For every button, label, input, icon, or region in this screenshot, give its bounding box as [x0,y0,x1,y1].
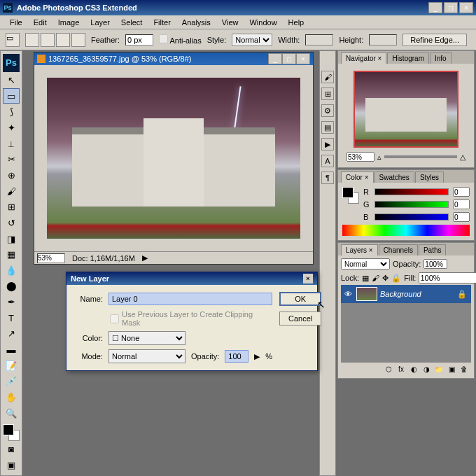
menu-filter[interactable]: Filter [148,17,176,28]
layer-fx-icon[interactable]: fx [396,364,407,374]
quickmask-tool[interactable]: ◙ [3,442,20,457]
layer-name-input[interactable] [108,293,272,305]
dodge-tool[interactable]: ⬤ [3,279,20,294]
menu-layer[interactable]: Layer [85,17,115,28]
navigator-thumbnail[interactable] [354,71,458,148]
brush-tool[interactable]: 🖌 [3,183,20,199]
move-tool[interactable]: ↖ [3,73,20,88]
menu-window[interactable]: Window [244,17,282,28]
eraser-tool[interactable]: ◨ [3,231,20,246]
blur-tool[interactable]: 💧 [3,263,20,279]
lock-trans-icon[interactable]: ▦ [362,274,369,283]
link-layers-icon[interactable]: ⬡ [383,364,394,374]
adjustment-layer-icon[interactable]: ◑ [421,364,432,374]
mode-select[interactable]: Normal [108,349,186,363]
menu-image[interactable]: Image [52,17,85,28]
b-input[interactable] [453,212,470,222]
gradient-tool[interactable]: ▦ [3,247,20,262]
tab-navigator[interactable]: Navigator × [341,52,386,64]
document-titlebar[interactable]: 1367265_36359577.jpg @ 53% (RGB/8#) _ □ … [34,52,313,65]
layer-thumbnail[interactable] [356,287,377,301]
zoom-out-icon[interactable]: ▵ [377,153,382,162]
selection-subtract-icon[interactable] [56,33,70,47]
pen-tool[interactable]: ✒ [3,295,20,310]
maximize-button[interactable]: □ [444,2,458,13]
marquee-tool-icon[interactable]: ▭ [6,33,20,47]
menu-analysis[interactable]: Analysis [176,17,216,28]
selection-add-icon[interactable] [41,33,55,47]
lock-move-icon[interactable]: ✥ [382,274,388,283]
g-slider[interactable] [374,201,449,208]
color-select[interactable]: ☐ None [108,331,186,345]
doc-close-button[interactable]: × [296,53,310,64]
zoom-tool[interactable]: 🔍 [3,405,20,421]
r-slider[interactable] [374,188,449,195]
dock-actions-icon[interactable]: ▶ [321,138,334,150]
zoom-input[interactable] [37,253,65,263]
fill-input[interactable] [419,272,476,284]
width-input[interactable] [305,34,333,46]
delete-layer-icon[interactable]: 🗑 [458,364,470,374]
dock-char-icon[interactable]: A [321,155,334,167]
slice-tool[interactable]: ✂ [3,152,20,167]
tab-info[interactable]: Info [430,52,451,64]
nav-zoom-slider[interactable] [384,155,457,158]
blend-mode-select[interactable]: Normal [341,258,390,270]
opacity-input[interactable] [225,350,248,363]
ok-button[interactable]: OK ↖ [279,292,321,306]
dock-brushes-icon[interactable]: 🖌 [321,71,334,83]
layer-mask-icon[interactable]: ◐ [408,364,419,374]
cancel-button[interactable]: Cancel [279,312,321,326]
dock-layercomp-icon[interactable]: ▤ [321,121,334,134]
layer-item[interactable]: 👁 Background 🔒 [341,285,471,303]
tab-swatches[interactable]: Swatches [374,172,414,183]
close-button[interactable]: × [459,2,473,13]
feather-input[interactable] [125,34,153,46]
height-input[interactable] [369,34,397,46]
wand-tool[interactable]: ✦ [3,120,20,136]
tab-styles[interactable]: Styles [415,172,444,183]
visibility-icon[interactable]: 👁 [342,290,354,298]
menu-file[interactable]: File [4,17,28,28]
tab-channels[interactable]: Channels [379,244,418,255]
crop-tool[interactable]: ⟂ [3,136,20,151]
b-slider[interactable] [374,214,449,220]
notes-tool[interactable]: 📝 [3,358,20,373]
menu-help[interactable]: Help [283,17,310,28]
tab-histogram[interactable]: Histogram [387,52,429,64]
menu-view[interactable]: View [216,17,244,28]
zoom-in-icon[interactable]: △ [460,153,465,162]
lock-paint-icon[interactable]: 🖌 [372,274,379,282]
marquee-tool[interactable]: ▭ [3,88,20,104]
doc-minimize-button[interactable]: _ [268,53,282,64]
ps-icon[interactable]: Ps [3,54,20,72]
dialog-close-button[interactable]: × [303,274,313,284]
dock-para-icon[interactable]: ¶ [321,172,334,184]
dock-tools-icon[interactable]: ⚙ [321,104,334,117]
color-swatch[interactable] [3,424,20,441]
tab-layers[interactable]: Layers × [341,244,378,255]
selection-intersect-icon[interactable] [71,33,85,47]
menu-edit[interactable]: Edit [28,17,52,28]
tab-paths[interactable]: Paths [419,244,447,255]
g-input[interactable] [453,200,470,209]
refine-edge-button[interactable]: Refine Edge... [402,34,467,46]
document-canvas[interactable] [34,65,313,251]
tab-color[interactable]: Color × [341,172,374,183]
nav-zoom-input[interactable] [346,152,374,162]
new-layer-icon[interactable]: ▣ [446,364,457,374]
layer-group-icon[interactable]: 📁 [433,364,444,374]
lasso-tool[interactable]: ⟆ [3,104,20,120]
lock-all-icon[interactable]: 🔒 [391,274,401,283]
spectrum-bar[interactable] [342,225,470,236]
layer-opacity-input[interactable] [424,259,447,269]
dialog-titlebar[interactable]: New Layer × [66,272,317,285]
r-input[interactable] [453,187,470,197]
minimize-button[interactable]: _ [428,2,442,13]
history-brush-tool[interactable]: ↺ [3,216,20,231]
path-tool[interactable]: ↗ [3,326,20,342]
screenmode-tool[interactable]: ▣ [3,457,20,472]
menu-select[interactable]: Select [115,17,148,28]
doc-maximize-button[interactable]: □ [282,53,296,64]
hand-tool[interactable]: ✋ [3,390,20,405]
